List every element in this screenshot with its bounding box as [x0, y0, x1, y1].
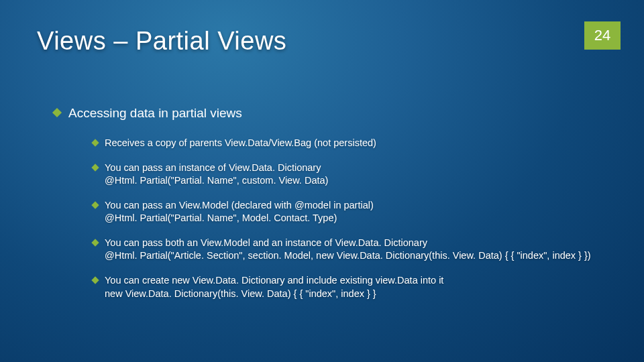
- slide-content: Accessing data in partial views Receives…: [37, 106, 607, 300]
- list-item-label: You can pass an instance of View.Data. D…: [105, 162, 607, 188]
- list-item: You can create new View.Data. Dictionary…: [93, 274, 607, 300]
- sublist: Receives a copy of parents View.Data/Vie…: [54, 137, 607, 300]
- list-item-label: You can pass an View.Model (declared wit…: [105, 199, 607, 225]
- list-item-label: Accessing data in partial views: [68, 106, 607, 121]
- list-item: You can pass an instance of View.Data. D…: [93, 162, 607, 188]
- list-item-label: You can create new View.Data. Dictionary…: [105, 274, 607, 300]
- list-item-label: Receives a copy of parents View.Data/Vie…: [105, 137, 607, 150]
- list-item: Receives a copy of parents View.Data/Vie…: [93, 137, 607, 150]
- slide-title: Views – Partial Views: [37, 27, 286, 56]
- list-item: You can pass an View.Model (declared wit…: [93, 199, 607, 225]
- header-row: Views – Partial Views 24: [37, 27, 607, 56]
- list-item-label: You can pass both an View.Model and an i…: [105, 237, 607, 263]
- diamond-bullet-icon: [52, 108, 62, 117]
- diamond-bullet-icon: [91, 139, 99, 146]
- list-item: Accessing data in partial views: [54, 106, 607, 121]
- diamond-bullet-icon: [91, 239, 99, 246]
- diamond-bullet-icon: [91, 276, 99, 284]
- diamond-bullet-icon: [91, 164, 99, 171]
- list-item: You can pass both an View.Model and an i…: [93, 237, 607, 263]
- slide: Views – Partial Views 24 Accessing data …: [0, 0, 644, 362]
- page-number-badge: 24: [584, 21, 621, 50]
- diamond-bullet-icon: [91, 201, 99, 208]
